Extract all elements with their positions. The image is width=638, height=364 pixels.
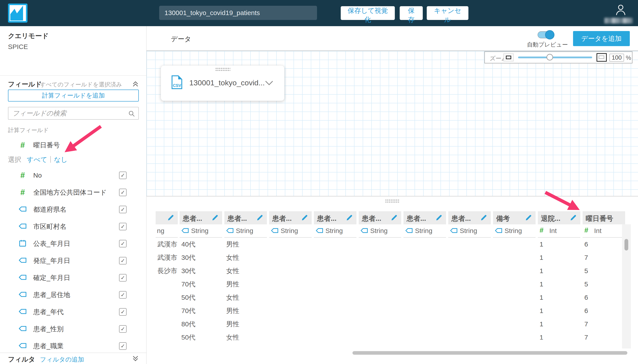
zoom-minimap-icon[interactable]: [504, 54, 514, 62]
select-all-link[interactable]: すべて: [27, 156, 47, 163]
column-header[interactable]: 患者...: [314, 211, 356, 224]
string-type-icon: [495, 228, 502, 234]
edit-column-icon[interactable]: [346, 214, 353, 222]
vertical-scrollbar-thumb[interactable]: [624, 239, 628, 250]
edit-column-icon[interactable]: [525, 214, 532, 222]
column-header[interactable]: 曜日番号: [582, 211, 625, 224]
column-header[interactable]: 患者...: [359, 211, 401, 224]
auto-preview-toggle[interactable]: [538, 30, 554, 40]
string-field-icon: [18, 257, 27, 264]
dataset-node[interactable]: CSV 130001_tokyo_covid...: [161, 66, 284, 101]
table-column-患者...: 患者...String: [269, 211, 312, 348]
drag-handle-icon[interactable]: [215, 68, 230, 71]
column-header[interactable]: 備考: [493, 211, 536, 224]
quicksight-dataset-editor: 保存して視覚化 保存 キャンセル クエリモード SPICE フィールド すべての…: [0, 0, 638, 364]
quicksight-logo-icon[interactable]: [8, 4, 28, 22]
save-and-visualize-button[interactable]: 保存して視覚化: [341, 6, 395, 20]
field-search-box: [8, 107, 139, 120]
field-row-公表_年月日[interactable]: 公表_年月日✓: [0, 235, 146, 252]
panel-resize-handle-icon[interactable]: [385, 199, 400, 203]
node-title: 130001_tokyo_covid...: [189, 78, 265, 87]
edit-column-icon[interactable]: [570, 214, 577, 222]
table-cell: 女性: [224, 331, 267, 344]
horizontal-scrollbar-thumb[interactable]: [352, 351, 627, 355]
date-field-icon: [18, 239, 27, 248]
calc-field-row-曜日番号[interactable]: # 曜日番号: [0, 136, 146, 154]
column-type-label: String: [370, 227, 388, 234]
zoom-percent-value[interactable]: 100: [610, 54, 624, 62]
zoom-slider-knob[interactable]: [546, 54, 553, 60]
field-row-全国地方公共団体コード[interactable]: #全国地方公共団体コード✓: [0, 184, 146, 201]
table-cell: [269, 251, 312, 264]
field-checkbox[interactable]: ✓: [119, 308, 126, 316]
column-header[interactable]: 退院...: [538, 211, 580, 224]
collapse-section-icon[interactable]: [132, 80, 139, 89]
cancel-button[interactable]: キャンセル: [427, 6, 468, 20]
field-checkbox[interactable]: ✓: [119, 189, 126, 196]
field-checkbox[interactable]: ✓: [119, 240, 126, 248]
table-cell: [448, 278, 491, 291]
edit-column-icon[interactable]: [256, 214, 263, 222]
field-checkbox[interactable]: ✓: [119, 291, 126, 298]
column-header[interactable]: 患者...: [180, 211, 222, 224]
dataset-name-input[interactable]: [159, 6, 317, 20]
field-row-都道府県名[interactable]: 都道府県名✓: [0, 201, 146, 218]
edit-column-icon[interactable]: [390, 214, 398, 222]
column-header[interactable]: 患者...: [269, 211, 312, 224]
field-row-患者_職業[interactable]: 患者_職業✓: [0, 338, 146, 353]
table-column-患者...: 患者...String男性女性女性男性女性男性男性女性男性: [224, 211, 267, 348]
column-header[interactable]: [156, 211, 178, 224]
select-none-link[interactable]: なし: [54, 156, 68, 163]
zoom-fit-icon[interactable]: [596, 53, 607, 62]
filter-footer: フィルタ フィルタの追加: [0, 353, 146, 364]
field-row-確定_年月日[interactable]: 確定_年月日✓: [0, 269, 146, 286]
field-row-患者_年代[interactable]: 患者_年代✓: [0, 303, 146, 320]
field-checkbox[interactable]: ✓: [119, 257, 126, 264]
data-tab-label: データ: [171, 34, 191, 44]
field-checkbox[interactable]: ✓: [119, 206, 126, 213]
edit-column-icon[interactable]: [212, 214, 218, 222]
field-row-No[interactable]: #No✓: [0, 167, 146, 184]
chevron-down-icon[interactable]: [265, 80, 274, 86]
table-cell: [493, 278, 536, 291]
column-type-row: ng: [156, 224, 178, 238]
field-checkbox[interactable]: ✓: [119, 325, 126, 333]
field-row-発症_年月日[interactable]: 発症_年月日✓: [0, 252, 146, 269]
column-header[interactable]: 患者...: [448, 211, 491, 224]
table-column-備考: 備考String: [493, 211, 536, 348]
edit-column-icon[interactable]: [301, 214, 308, 222]
field-search-input[interactable]: [12, 108, 126, 119]
column-header[interactable]: 患者...: [404, 211, 446, 224]
add-calculated-field-button[interactable]: 計算フィールドを追加: [8, 90, 139, 102]
field-row-患者_性別[interactable]: 患者_性別✓: [0, 320, 146, 338]
sidebar-divider: [0, 75, 146, 76]
field-row-患者_居住地[interactable]: 患者_居住地✓: [0, 286, 146, 303]
zoom-slider[interactable]: [518, 56, 592, 58]
user-menu[interactable]: [602, 3, 633, 24]
edit-column-icon[interactable]: [436, 214, 442, 222]
save-button[interactable]: 保存: [400, 6, 423, 20]
field-checkbox[interactable]: ✓: [119, 274, 126, 282]
field-checkbox[interactable]: ✓: [119, 342, 126, 350]
field-checkbox[interactable]: ✓: [119, 172, 126, 179]
flow-canvas[interactable]: ズーム 100 % CSV 130001_tokyo_covid...: [146, 51, 638, 196]
edit-column-icon[interactable]: [480, 214, 487, 222]
edit-column-icon[interactable]: [167, 214, 174, 222]
table-cell: 70代: [180, 278, 222, 291]
expand-section-icon[interactable]: [132, 355, 139, 363]
table-cell: 1: [538, 238, 580, 251]
search-icon[interactable]: [128, 110, 135, 118]
string-type-icon: [316, 228, 323, 234]
vertical-scrollbar[interactable]: [622, 224, 631, 348]
field-checkbox[interactable]: ✓: [119, 223, 126, 230]
field-row-市区町村名[interactable]: 市区町村名✓: [0, 218, 146, 235]
table-cell: [448, 291, 491, 304]
table-cell: [314, 304, 356, 318]
table-cell-partial: [156, 344, 178, 348]
add-filter-link[interactable]: フィルタの追加: [40, 355, 84, 364]
column-type-row: String: [224, 224, 267, 238]
column-header[interactable]: 患者...: [224, 211, 267, 224]
string-field-icon: [18, 292, 27, 298]
table-column-患者...: 患者...String: [448, 211, 491, 348]
add-data-button[interactable]: データを追加: [573, 31, 630, 46]
